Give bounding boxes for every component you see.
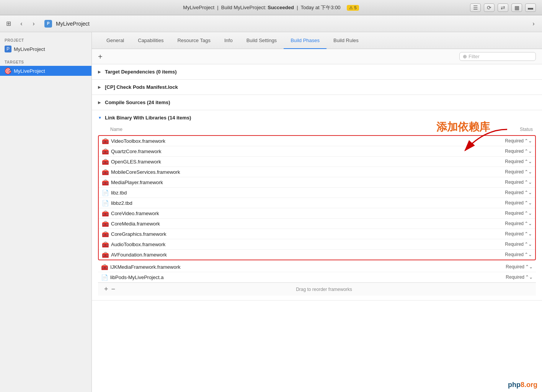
phase-link-binary-header[interactable]: ▼ Link Binary With Libraries (14 items) [92, 110, 542, 125]
lib-list-redbox: 🧰 VideoToolbox.framework Required ⌃⌄ 🧰 Q… [98, 135, 536, 260]
phase-compile-sources-header[interactable]: ▶ Compile Sources (24 items) [92, 95, 542, 110]
tbd-icon-6: 📄 [102, 189, 109, 196]
lib-name-2: QuartzCore.framework [111, 149, 503, 154]
lib-row-libbz2[interactable]: 📄 libbz2.tbd Required ⌃⌄ [99, 198, 535, 208]
sidebar-item-target[interactable]: 🎯 MyLiveProject [0, 66, 91, 76]
phase-link-binary: ▼ Link Binary With Libraries (14 items) … [92, 110, 542, 301]
lib-status-11: Required ⌃⌄ [505, 242, 532, 247]
project-icon: P [44, 20, 52, 28]
lib-status-13: Required ⌃⌄ [506, 264, 533, 270]
tab-build-rules[interactable]: Build Rules [327, 32, 366, 49]
tab-bar: General Capabilities Resource Tags Info … [92, 32, 542, 49]
framework-icon-4: 🧰 [102, 169, 109, 175]
lib-status-6: Required ⌃⌄ [505, 190, 532, 195]
link-binary-expanded: Name Status 添加依赖库 [92, 125, 542, 300]
tab-resource-tags[interactable]: Resource Tags [170, 32, 217, 49]
lib-row-opengles[interactable]: 🧰 OpenGLES.framework Required ⌃⌄ [99, 157, 535, 167]
lib-row-mediaplayer[interactable]: 🧰 MediaPlayer.framework Required ⌃⌄ [99, 177, 535, 188]
watermark: php8.org [508, 381, 537, 389]
titlebar-project: MyLiveProject [183, 5, 214, 10]
content-area: General Capabilities Resource Tags Info … [92, 32, 542, 392]
collapse-triangle-td: ▶ [98, 70, 102, 74]
project-file-icon: P [5, 46, 11, 52]
lib-name-3: OpenGLES.framework [111, 159, 503, 165]
phase-compile-sources: ▶ Compile Sources (24 items) [92, 95, 542, 110]
toolbar-project-title: MyLiveProject [56, 21, 90, 27]
framework-icon-3: 🧰 [102, 158, 109, 165]
content-body: + ⊕ Filter ▶ Target Dependencies (0 item… [92, 49, 542, 392]
filter-input-wrapper: ⊕ Filter [459, 52, 536, 61]
tab-general[interactable]: General [100, 32, 131, 49]
loop-icon-btn[interactable]: ⟳ [484, 3, 495, 12]
phase-check-pods-header[interactable]: ▶ [CP] Check Pods Manifest.lock [92, 80, 542, 95]
tab-capabilities[interactable]: Capabilities [131, 32, 170, 49]
add-lib-btn[interactable]: + [104, 285, 108, 293]
lib-row-videotoolbox[interactable]: 🧰 VideoToolbox.framework Required ⌃⌄ [99, 136, 535, 146]
forward-btn[interactable]: › [28, 18, 39, 29]
titlebar-status: Succeeded [268, 5, 294, 10]
framework-icon-5: 🧰 [102, 179, 109, 185]
swap-icon-btn[interactable]: ⇄ [498, 3, 508, 12]
collapse-right-btn[interactable]: › [528, 18, 539, 29]
lib-row-coregraphics[interactable]: 🧰 CoreGraphics.framework Required ⌃⌄ [99, 229, 535, 239]
tab-info[interactable]: Info [217, 32, 240, 49]
lib-row-libpods[interactable]: 📄 libPods-MyLiveProject.a Required ⌃⌄ [98, 272, 536, 283]
minimize-icon-btn[interactable]: ▬ [525, 3, 536, 12]
lib-status-3: Required ⌃⌄ [505, 159, 532, 164]
lib-name-12: AVFoundation.framework [111, 252, 503, 258]
phase-target-dependencies: ▶ Target Dependencies (0 items) [92, 64, 542, 80]
lib-name-14: libPods-MyLiveProject.a [110, 274, 503, 280]
lib-name-9: CoreMedia.framework [111, 221, 503, 227]
tab-build-phases[interactable]: Build Phases [284, 32, 327, 49]
lib-row-audiotoolbox[interactable]: 🧰 AudioToolbox.framework Required ⌃⌄ [99, 239, 535, 250]
back-btn[interactable]: ‹ [16, 18, 27, 29]
titlebar-time-prefix: Today at [301, 5, 321, 10]
framework-icon-9: 🧰 [102, 220, 109, 227]
phase-cp-title: [CP] Check Pods Manifest.lock [105, 84, 178, 90]
sidebar-item-project[interactable]: P MyLiveProject [0, 44, 91, 54]
framework-icon-10: 🧰 [102, 231, 109, 237]
lib-table-header: Name Status [98, 125, 536, 134]
framework-icon-12: 🧰 [102, 252, 109, 258]
lib-list-outside: 🧰 IJKMediaFramework.framework Required ⌃… [98, 262, 536, 283]
layout-icon-btn[interactable]: ▦ [511, 3, 522, 12]
toolbar-nav: ‹ › [16, 18, 39, 29]
lib-row-coremedia[interactable]: 🧰 CoreMedia.framework Required ⌃⌄ [99, 219, 535, 229]
framework-icon-13: 🧰 [101, 264, 108, 270]
lib-row-mobilecoreservices[interactable]: 🧰 MobileCoreServices.framework Required … [99, 167, 535, 177]
phase-target-dependencies-header[interactable]: ▶ Target Dependencies (0 items) [92, 64, 542, 79]
lib-name-10: CoreGraphics.framework [111, 231, 503, 237]
watermark-prefix: php [508, 381, 521, 389]
collapse-triangle-cp: ▶ [98, 85, 102, 89]
lib-row-ijkmedia[interactable]: 🧰 IJKMediaFramework.framework Required ⌃… [98, 262, 536, 272]
lib-row-corevideo[interactable]: 🧰 CoreVideo.framework Required ⌃⌄ [99, 208, 535, 219]
tbd-icon-14: 📄 [101, 274, 108, 280]
tab-build-settings[interactable]: Build Settings [240, 32, 284, 49]
remove-lib-btn[interactable]: − [111, 285, 116, 293]
filter-icon: ⊕ [463, 54, 467, 59]
titlebar-build-label: Build MyLiveProject: [221, 5, 268, 10]
warning-badge: ⚠ 5 [349, 5, 356, 10]
phase-bottom-bar: + − Drag to reorder frameworks [98, 283, 536, 296]
drag-hint: Drag to reorder frameworks [118, 287, 530, 292]
titlebar-text: MyLiveProject | Build MyLiveProject: Suc… [183, 4, 359, 11]
grid-icon-btn[interactable]: ⊞ [3, 18, 14, 29]
menu-icon-btn[interactable]: ☰ [470, 3, 481, 12]
lib-status-4: Required ⌃⌄ [505, 169, 532, 175]
lib-row-libz[interactable]: 📄 libz.tbd Required ⌃⌄ [99, 188, 535, 198]
sidebar-project-label: MyLiveProject [14, 46, 45, 52]
framework-icon-1: 🧰 [102, 138, 109, 144]
lib-name-13: IJKMediaFramework.framework [110, 264, 503, 270]
add-phase-btn[interactable]: + [98, 53, 103, 60]
lib-row-avfoundation[interactable]: 🧰 AVFoundation.framework Required ⌃⌄ [99, 250, 535, 260]
titlebar-time: 下午3:00 [321, 5, 340, 10]
tbd-icon-7: 📄 [102, 200, 109, 206]
framework-icon-2: 🧰 [102, 148, 109, 154]
monkey-icon: 🎯 [5, 67, 11, 74]
toolbar: ⊞ ‹ › P MyLiveProject › [0, 15, 542, 32]
lib-row-quartzcore[interactable]: 🧰 QuartzCore.framework Required ⌃⌄ [99, 146, 535, 157]
collapse-triangle-lb: ▼ [98, 116, 102, 120]
phase-lb-title: Link Binary With Libraries (14 items) [105, 115, 191, 121]
targets-section-label: TARGETS [0, 59, 91, 66]
lib-status-2: Required ⌃⌄ [505, 149, 532, 154]
